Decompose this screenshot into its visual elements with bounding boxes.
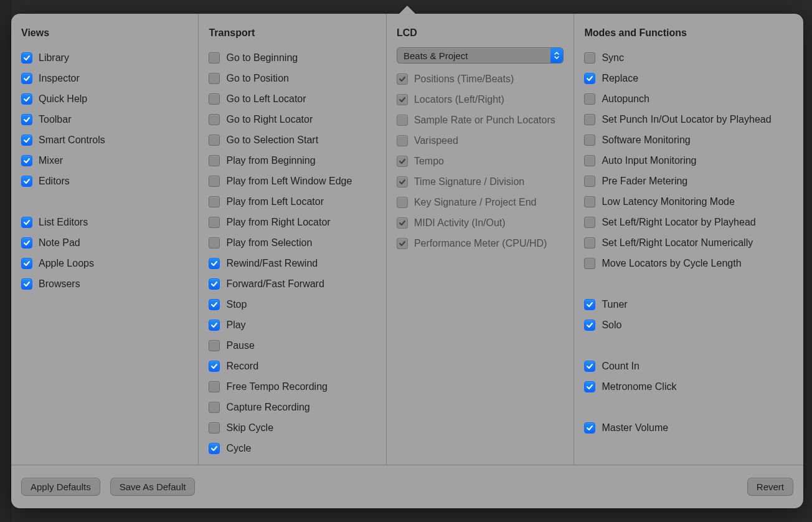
- go-to-left-locator-label: Go to Left Locator: [226, 93, 306, 105]
- replace-checkbox[interactable]: [584, 73, 595, 84]
- cycle-label: Cycle: [226, 443, 251, 454]
- go-to-left-locator-checkbox[interactable]: [209, 93, 220, 105]
- forward-fast-forward-label: Forward/Fast Forward: [226, 278, 324, 290]
- apply-defaults-button[interactable]: Apply Defaults: [21, 478, 100, 496]
- mixer-checkbox[interactable]: [21, 155, 32, 166]
- control-bar-customize-popover: Views LibraryInspectorQuick HelpToolbarS…: [11, 14, 803, 508]
- transport-option-go-to-position: Go to Position: [209, 68, 375, 88]
- modes-option-replace: Replace: [584, 68, 793, 88]
- auto-input-monitoring-checkbox[interactable]: [584, 155, 595, 166]
- note-pad-checkbox[interactable]: [21, 237, 32, 249]
- transport-option-go-to-left-locator: Go to Left Locator: [209, 88, 375, 109]
- cycle-checkbox[interactable]: [209, 443, 220, 454]
- lcd-option-midi-activity-in-out: MIDI Activity (In/Out): [397, 212, 564, 233]
- pre-fader-metering-checkbox[interactable]: [584, 176, 595, 187]
- lcd-heading: LCD: [397, 27, 564, 39]
- rewind-fast-rewind-checkbox[interactable]: [209, 258, 220, 269]
- sync-checkbox[interactable]: [584, 52, 595, 64]
- set-left-right-locator-by-playhead-label: Set Left/Right Locator by Playhead: [602, 217, 755, 228]
- transport-option-capture-recording: Capture Recording: [209, 397, 375, 417]
- tuner-label: Tuner: [602, 299, 627, 310]
- modes-list: SyncReplaceAutopunchSet Punch In/Out Loc…: [584, 47, 793, 438]
- lcd-option-varispeed: Varispeed: [397, 130, 564, 151]
- set-left-right-locator-by-playhead-checkbox[interactable]: [584, 217, 595, 228]
- transport-column: Transport Go to BeginningGo to PositionG…: [199, 14, 386, 465]
- solo-checkbox[interactable]: [584, 320, 595, 331]
- low-latency-monitoring-mode-label: Low Latency Monitoring Mode: [602, 196, 734, 207]
- toolbar-checkbox[interactable]: [21, 114, 32, 125]
- sample-rate-or-punch-locators-label: Sample Rate or Punch Locators: [414, 115, 555, 126]
- go-to-right-locator-checkbox[interactable]: [209, 114, 220, 125]
- transport-option-go-to-selection-start: Go to Selection Start: [209, 130, 375, 150]
- record-checkbox[interactable]: [209, 361, 220, 372]
- move-locators-by-cycle-length-label: Move Locators by Cycle Length: [602, 258, 741, 269]
- play-label: Play: [226, 320, 245, 331]
- transport-option-stop: Stop: [209, 294, 375, 315]
- play-from-selection-checkbox[interactable]: [209, 237, 220, 249]
- list-editors-checkbox[interactable]: [21, 217, 32, 228]
- locators-left-right-label: Locators (Left/Right): [414, 94, 504, 105]
- smart-controls-checkbox[interactable]: [21, 135, 32, 146]
- library-checkbox[interactable]: [21, 52, 32, 64]
- play-checkbox[interactable]: [209, 320, 220, 331]
- apple-loops-label: Apple Loops: [39, 258, 94, 269]
- forward-fast-forward-checkbox[interactable]: [209, 278, 220, 290]
- count-in-checkbox[interactable]: [584, 361, 595, 372]
- autopunch-checkbox[interactable]: [584, 93, 595, 105]
- views-option-quick-help: Quick Help: [21, 88, 188, 109]
- performance-meter-cpu-hd-label: Performance Meter (CPU/HD): [414, 238, 547, 249]
- set-left-right-locator-numerically-label: Set Left/Right Locator Numerically: [602, 237, 753, 249]
- metronome-click-checkbox[interactable]: [584, 381, 595, 392]
- go-to-selection-start-checkbox[interactable]: [209, 135, 220, 146]
- views-option-toolbar: Toolbar: [21, 109, 188, 130]
- modes-column: Modes and Functions SyncReplaceAutopunch…: [574, 14, 803, 465]
- smart-controls-label: Smart Controls: [39, 135, 105, 146]
- replace-label: Replace: [602, 73, 638, 84]
- modes-option-move-locators-by-cycle-length: Move Locators by Cycle Length: [584, 253, 793, 273]
- play-from-beginning-checkbox[interactable]: [209, 155, 220, 166]
- pause-checkbox[interactable]: [209, 340, 220, 351]
- move-locators-by-cycle-length-checkbox[interactable]: [584, 258, 595, 269]
- note-pad-label: Note Pad: [39, 237, 80, 249]
- transport-option-free-tempo-recording: Free Tempo Recording: [209, 376, 375, 397]
- software-monitoring-checkbox[interactable]: [584, 135, 595, 146]
- tuner-checkbox[interactable]: [584, 299, 595, 310]
- popover-arrow-icon: [399, 6, 416, 14]
- set-left-right-locator-numerically-checkbox[interactable]: [584, 237, 595, 249]
- transport-heading: Transport: [209, 27, 375, 39]
- editors-checkbox[interactable]: [21, 176, 32, 187]
- columns: Views LibraryInspectorQuick HelpToolbarS…: [11, 14, 803, 465]
- inspector-checkbox[interactable]: [21, 73, 32, 84]
- go-to-position-checkbox[interactable]: [209, 73, 220, 84]
- count-in-label: Count In: [602, 361, 639, 372]
- set-punch-in-out-locator-by-playhead-label: Set Punch In/Out Locator by Playhead: [602, 114, 771, 125]
- modes-option-set-left-right-locator-numerically: Set Left/Right Locator Numerically: [584, 232, 793, 253]
- lcd-list: Positions (Time/Beats)Locators (Left/Rig…: [397, 69, 564, 254]
- modes-option-sync: Sync: [584, 47, 793, 68]
- midi-activity-in-out-checkbox: [397, 217, 408, 229]
- play-from-left-locator-checkbox[interactable]: [209, 196, 220, 207]
- quick-help-checkbox[interactable]: [21, 93, 32, 105]
- master-volume-checkbox[interactable]: [584, 422, 595, 434]
- play-from-right-locator-label: Play from Right Locator: [226, 217, 330, 228]
- modes-option-set-punch-in-out-locator-by-playhead: Set Punch In/Out Locator by Playhead: [584, 109, 793, 130]
- lcd-display-mode-dropdown[interactable]: Beats & Project: [397, 47, 564, 64]
- modes-option-set-left-right-locator-by-playhead: Set Left/Right Locator by Playhead: [584, 212, 793, 232]
- set-punch-in-out-locator-by-playhead-checkbox[interactable]: [584, 114, 595, 125]
- revert-button[interactable]: Revert: [747, 478, 793, 496]
- play-from-selection-label: Play from Selection: [226, 237, 312, 249]
- skip-cycle-checkbox[interactable]: [209, 422, 220, 434]
- auto-input-monitoring-label: Auto Input Monitoring: [602, 155, 696, 166]
- browsers-checkbox[interactable]: [21, 278, 32, 290]
- save-as-default-button[interactable]: Save As Default: [110, 478, 196, 496]
- play-from-right-locator-checkbox[interactable]: [209, 217, 220, 228]
- play-from-left-window-edge-checkbox[interactable]: [209, 176, 220, 187]
- free-tempo-recording-checkbox[interactable]: [209, 381, 220, 392]
- apple-loops-checkbox[interactable]: [21, 258, 32, 269]
- stop-checkbox[interactable]: [209, 299, 220, 310]
- capture-recording-checkbox[interactable]: [209, 402, 220, 413]
- low-latency-monitoring-mode-checkbox[interactable]: [584, 196, 595, 207]
- master-volume-label: Master Volume: [602, 422, 668, 434]
- go-to-beginning-checkbox[interactable]: [209, 52, 220, 64]
- time-signature-division-checkbox: [397, 176, 408, 187]
